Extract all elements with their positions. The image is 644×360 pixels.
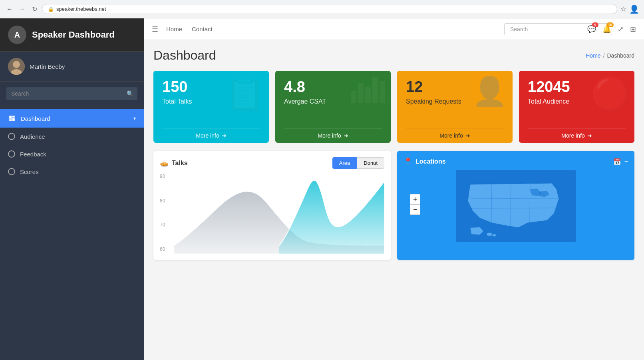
map-header: 📍 Locations 📅 −	[403, 157, 628, 166]
chart-btn-group: Area Donut	[332, 157, 384, 169]
chart-donut-button[interactable]: Donut	[357, 157, 384, 169]
more-info-arrow-icon: ➜	[222, 132, 227, 139]
chart-title-row: 🥧 Talks	[160, 159, 188, 168]
url-text: speaker.thebeebs.net	[56, 6, 106, 12]
topbar-contact-link[interactable]: Contact	[192, 26, 213, 32]
locations-map-card: 📍 Locations 📅 − + −	[397, 151, 634, 260]
map-calendar-icon[interactable]: 📅	[613, 158, 621, 166]
address-bar[interactable]: 🔒 speaker.thebeebs.net	[42, 4, 617, 14]
sidebar-user: Martin Beeby	[0, 52, 144, 82]
scores-label: Scores	[20, 168, 39, 175]
y-axis-labels: 90 80 70 60	[160, 174, 174, 254]
talks-chart-title: Talks	[172, 160, 188, 167]
topbar-search-input[interactable]	[505, 24, 584, 35]
audience-radio	[8, 133, 15, 140]
lock-icon: 🔒	[48, 6, 54, 12]
sidebar-item-dashboard[interactable]: Dashboard ▾	[0, 109, 144, 128]
page-title: Dashboard	[153, 48, 216, 63]
notifications-button[interactable]: 🔔 15	[602, 25, 611, 34]
grid-icon[interactable]: ⊞	[630, 25, 636, 34]
csat-more-info-arrow-icon: ➜	[344, 132, 348, 139]
breadcrumb-current: Dashboard	[607, 52, 635, 59]
map-title: Locations	[415, 158, 446, 165]
stat-cards: 150 Total Talks 📋 More info ➜ 4.8 Averga…	[153, 71, 634, 143]
zoom-in-button[interactable]: +	[410, 194, 420, 204]
map-minimize-icon[interactable]: −	[624, 158, 628, 166]
total-talks-more-info[interactable]: More info ➜	[162, 128, 260, 143]
back-button[interactable]: ←	[5, 4, 14, 14]
user-avatar	[8, 58, 25, 75]
feedback-label: Feedback	[20, 151, 46, 158]
breadcrumb-separator: /	[603, 52, 605, 59]
sidebar: A Speaker Dashboard Martin Beeby 🔍	[0, 18, 144, 360]
sidebar-header: A Speaker Dashboard	[0, 18, 144, 52]
topbar-nav: Home Contact	[166, 26, 213, 32]
hamburger-icon[interactable]: ☰	[152, 25, 158, 34]
app-container: A Speaker Dashboard Martin Beeby 🔍	[0, 18, 644, 360]
messages-button[interactable]: 💬 9	[587, 25, 596, 34]
refresh-button[interactable]: ↻	[30, 4, 39, 14]
breadcrumb-home[interactable]: Home	[586, 52, 600, 59]
audience-more-info-arrow-icon: ➜	[587, 132, 592, 139]
sidebar-search-input[interactable]	[6, 87, 123, 100]
sidebar-search-button[interactable]: 🔍	[123, 87, 137, 100]
topbar-home-link[interactable]: Home	[166, 26, 182, 32]
scores-radio	[8, 168, 15, 175]
total-talks-bg-icon: 📋	[225, 75, 265, 112]
avg-csat-more-info[interactable]: More info ➜	[284, 128, 382, 143]
chart-header: 🥧 Talks Area Donut	[160, 157, 384, 169]
requests-more-info-arrow-icon: ➜	[465, 132, 470, 139]
search-wrapper: 🔍	[6, 87, 137, 100]
sidebar-item-feedback[interactable]: Feedback	[0, 145, 144, 163]
chevron-down-icon: ▾	[133, 116, 136, 121]
map-pin-icon: 📍	[403, 157, 412, 166]
main-content: ☰ Home Contact 🔍 ✕ 🔍 💬 9 🔔 15	[144, 18, 644, 360]
page-header: Dashboard Home / Dashboard	[153, 48, 634, 63]
topbar: ☰ Home Contact 🔍 ✕ 🔍 💬 9 🔔 15	[144, 18, 644, 40]
notifications-badge: 15	[606, 22, 614, 27]
breadcrumb: Home / Dashboard	[586, 52, 634, 59]
talks-svg	[174, 174, 384, 254]
zoom-out-button[interactable]: −	[410, 204, 420, 215]
sidebar-title: Speaker Dashboard	[32, 30, 115, 40]
messages-badge: 9	[592, 22, 598, 27]
talks-chart-card: 🥧 Talks Area Donut 90 80 70	[153, 151, 391, 260]
sidebar-search-section: 🔍	[0, 82, 144, 106]
talks-chart-area: 90 80 70 60	[160, 174, 384, 254]
csat-bar-chart-bg	[351, 77, 385, 103]
chart-svg-wrapper	[174, 174, 384, 254]
dashboard-icon	[8, 114, 16, 122]
page-area: Dashboard Home / Dashboard 150 Total Tal…	[144, 40, 644, 360]
forward-button[interactable]: →	[18, 4, 27, 14]
audience-label: Audience	[20, 133, 45, 140]
stat-card-total-talks: 150 Total Talks 📋 More info ➜	[153, 71, 269, 143]
stat-card-avg-csat: 4.8 Avergae CSAT More info ➜	[275, 71, 391, 143]
feedback-radio	[8, 150, 15, 158]
map-title-row: 📍 Locations	[403, 157, 446, 166]
user-name: Martin Beeby	[30, 63, 65, 70]
speaking-requests-more-info[interactable]: More info ➜	[406, 128, 504, 143]
bookmark-icon[interactable]: ☆	[620, 5, 626, 13]
stat-card-speaking-requests: 12 Speaking Requests 👤 More info ➜	[397, 71, 513, 143]
user-icon[interactable]: 👤	[629, 4, 639, 14]
map-icons: 📅 −	[613, 158, 628, 166]
sidebar-item-audience[interactable]: Audience	[0, 128, 144, 145]
svg-point-1	[13, 61, 20, 68]
total-audience-more-info[interactable]: More info ➜	[528, 128, 626, 143]
pie-chart-icon: 🥧	[160, 159, 169, 168]
stat-card-total-audience: 12045 Total Audience 🔴 More info ➜	[519, 71, 634, 143]
map-container: + −	[403, 170, 628, 244]
bottom-row: 🥧 Talks Area Donut 90 80 70	[153, 151, 634, 260]
sidebar-logo: A	[8, 26, 26, 44]
dashboard-label: Dashboard	[21, 115, 50, 122]
svg-point-9	[487, 233, 492, 236]
browser-actions: ☆ 👤	[620, 4, 639, 14]
fullscreen-icon[interactable]: ⤢	[618, 25, 624, 34]
map-zoom-controls: + −	[410, 194, 420, 215]
chart-area-button[interactable]: Area	[332, 157, 357, 169]
us-map-svg	[403, 170, 628, 242]
browser-chrome: ← → ↻ 🔒 speaker.thebeebs.net ☆ 👤	[0, 0, 644, 18]
sidebar-nav: Dashboard ▾ Audience Feedback Scores	[0, 106, 144, 360]
sidebar-item-scores[interactable]: Scores	[0, 163, 144, 180]
svg-point-10	[492, 234, 496, 236]
